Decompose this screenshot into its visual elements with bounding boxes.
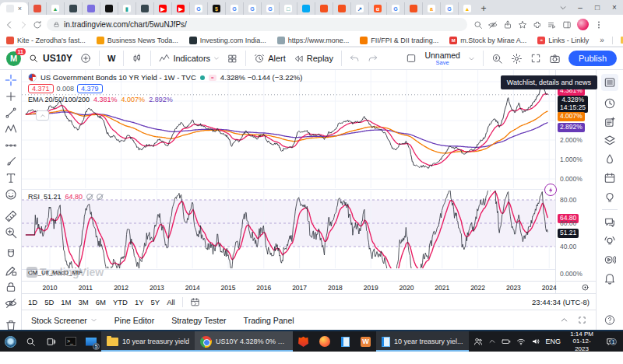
browser-tab[interactable]: □: [279, 2, 297, 15]
wifi-icon[interactable]: [516, 337, 526, 346]
language-indicator[interactable]: ENG: [546, 338, 561, 345]
smiley-tool-icon[interactable]: [5, 188, 17, 201]
publish-button[interactable]: Publish: [568, 51, 617, 66]
back-icon[interactable]: [5, 20, 14, 30]
undo-icon[interactable]: [350, 54, 360, 64]
browser-tab[interactable]: ↗: [350, 2, 368, 15]
settings-gear-icon[interactable]: [511, 53, 523, 65]
tab-close-icon[interactable]: ×: [18, 5, 22, 12]
bookmark-item[interactable]: Business News Toda...: [97, 37, 178, 44]
bottom-tab-trading-panel[interactable]: Trading Panel: [244, 316, 294, 325]
taskbar-app-word[interactable]: W: [355, 331, 376, 352]
ema-legend[interactable]: EMA 20/50/100/200 4.381%4.007%2.892%: [28, 96, 302, 103]
chat-sidebar-icon[interactable]: [604, 216, 616, 229]
browser-tab[interactable]: G: [386, 2, 404, 15]
eye-off-tool-icon[interactable]: [5, 297, 17, 310]
timeframe-3m-button[interactable]: 3M: [79, 298, 89, 306]
browser-tab[interactable]: G: [243, 2, 261, 15]
browser-tab[interactable]: a: [422, 2, 440, 15]
ruler-tool-icon[interactable]: [5, 210, 17, 222]
taskbar-app-notepad[interactable]: [336, 331, 355, 352]
url-text[interactable]: in.tradingview.com/chart/5wuNJfPs/: [64, 20, 187, 29]
quick-search-icon[interactable]: [491, 53, 503, 65]
browser-tab[interactable]: G: [440, 2, 458, 15]
layout-name-button[interactable]: Unnamed Save: [424, 51, 460, 66]
new-tab-button[interactable]: +: [476, 2, 491, 15]
taskbar-search-icon[interactable]: [20, 331, 40, 352]
ask-value[interactable]: 4.379: [77, 84, 103, 93]
watchlist-sidebar-icon[interactable]: [601, 74, 618, 91]
layout-chevron-icon[interactable]: [468, 55, 475, 62]
maximize-button[interactable]: □: [589, 0, 606, 15]
timeframe-1d-button[interactable]: 1D: [28, 298, 37, 306]
notes-sidebar-icon[interactable]: [604, 116, 616, 128]
bottom-tab-strategy-tester[interactable]: Strategy Tester: [171, 316, 226, 325]
timeframe-5y-button[interactable]: 5Y: [151, 298, 160, 306]
replay-button[interactable]: Replay: [294, 54, 333, 64]
timeframe-ytd-button[interactable]: YTD: [113, 298, 128, 306]
browser-tab[interactable]: G: [189, 2, 207, 15]
browser-tab[interactable]: G: [225, 2, 243, 15]
magnet-tool-icon[interactable]: [5, 248, 17, 261]
browser-tab[interactable]: [136, 2, 153, 15]
bottom-tab-stock-screener[interactable]: Stock Screener: [31, 316, 97, 325]
start-button[interactable]: [0, 331, 20, 352]
browser-tab[interactable]: [404, 2, 422, 15]
address-bar[interactable]: in.tradingview.com/chart/5wuNJfPs/: [47, 18, 467, 31]
mail-icon[interactable]: 5: [81, 331, 101, 352]
go-to-recent-icon[interactable]: [581, 283, 590, 292]
timeframe-1m-button[interactable]: 1M: [61, 298, 71, 306]
taskbar-app-folder[interactable]: 10 year treasury yield: [101, 331, 195, 352]
minimize-button[interactable]: –: [572, 0, 589, 15]
alert-button[interactable]: Alert: [254, 53, 286, 64]
tv-logo[interactable]: M11: [6, 51, 21, 66]
taskbar-app-notepad[interactable]: 10 year treasury yiel...: [376, 331, 469, 352]
boost-lightning-icon[interactable]: [544, 184, 557, 196]
main-legend[interactable]: US Government Bonds 10 YR Yield - 1W - T…: [28, 73, 302, 103]
layers-sidebar-icon[interactable]: [604, 135, 616, 147]
password-eye-icon[interactable]: [488, 20, 498, 30]
text-tool-icon[interactable]: [5, 172, 17, 184]
layout-select-icon[interactable]: [406, 53, 417, 64]
browser-tab[interactable]: ▲: [458, 2, 476, 15]
browser-tab[interactable]: [333, 2, 350, 15]
bookmark-item[interactable]: Investing.com India...: [189, 37, 266, 44]
close-button[interactable]: ×: [606, 0, 623, 15]
menu-dots-icon[interactable]: [594, 20, 604, 30]
crosshair-tool-icon[interactable]: [5, 74, 17, 86]
profile-avatar[interactable]: [577, 19, 589, 30]
tab-search-icon[interactable]: [554, 0, 572, 15]
browser-tab[interactable]: [82, 2, 100, 15]
maximize-panel-icon[interactable]: [578, 316, 586, 324]
taskbar-app-chrome[interactable]: US10Y 4.328% 0% U...: [195, 331, 293, 352]
browser-tab[interactable]: ▶: [153, 2, 171, 15]
browser-tab[interactable]: [297, 2, 315, 15]
snapshot-camera-icon[interactable]: [549, 53, 561, 65]
tray-chevron-icon[interactable]: [488, 338, 496, 345]
indicators-button[interactable]: Indicators: [159, 53, 220, 64]
bulb-sidebar-icon[interactable]: [604, 191, 616, 203]
price-axis[interactable]: 4.381% 4.328% 14:15:25 4.007% 2.892% 2.0…: [555, 70, 596, 293]
rsi-legend[interactable]: RSI 51.21 64.80: [28, 193, 103, 201]
zoom-in-tool-icon[interactable]: [5, 226, 17, 239]
browser-tab[interactable]: [64, 2, 82, 15]
draw-lock-tool-icon[interactable]: [5, 264, 17, 277]
browser-tab[interactable]: ▲: [46, 2, 64, 15]
symbol-title[interactable]: US Government Bonds 10 YR Yield - 1W - T…: [40, 73, 196, 82]
clock-sidebar-icon[interactable]: [604, 97, 616, 110]
redo-icon[interactable]: [368, 54, 378, 64]
browser-tab[interactable]: [315, 2, 333, 15]
bookmark-item[interactable]: Kite - Zerodha's fast...: [6, 37, 86, 44]
xabcd-tool-icon[interactable]: [5, 123, 17, 135]
forward-icon[interactable]: [19, 20, 28, 30]
browser-tab[interactable]: ▶: [171, 2, 189, 15]
minds-sidebar-icon[interactable]: [604, 254, 616, 266]
trendline-tool-icon[interactable]: [5, 107, 17, 119]
taskbar-app-brave[interactable]: [293, 331, 314, 352]
go-to-date-icon[interactable]: [190, 297, 200, 307]
bookmark-item[interactable]: ≈Links - Linkly: [537, 37, 589, 44]
volume-icon[interactable]: [531, 337, 540, 346]
bell-sidebar-icon[interactable]: [604, 272, 616, 285]
expand-panel-icon[interactable]: [560, 316, 568, 324]
reload-icon[interactable]: [33, 20, 42, 30]
